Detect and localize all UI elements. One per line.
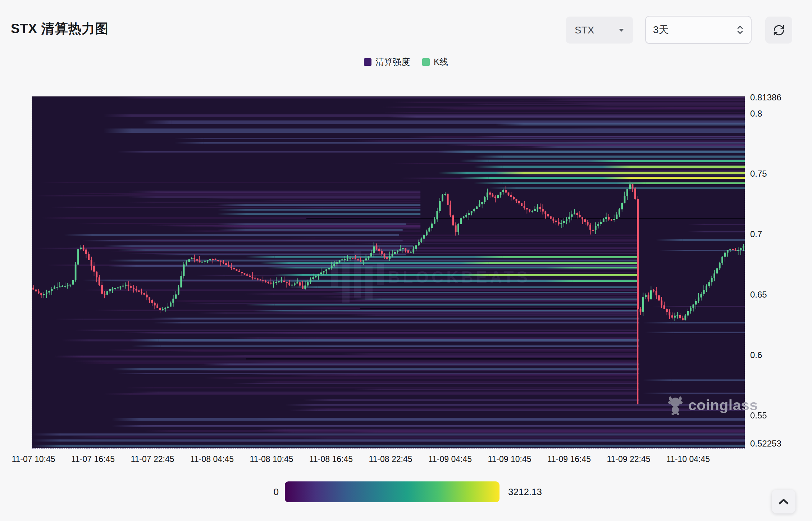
legend-item[interactable]: 清算强度 [364,56,410,68]
page-title: STX 清算热力图 [11,20,109,38]
time-tick-label: 11-07 16:45 [59,454,127,464]
refresh-button[interactable] [765,17,792,44]
price-tick-label: 0.8 [750,109,811,119]
time-tick-label: 11-08 04:45 [178,454,246,464]
time-tick-label: 11-07 10:45 [0,454,68,464]
time-tick-label: 11-07 22:45 [118,454,187,464]
time-tick-label: 11-10 04:45 [654,454,722,464]
time-tick-label: 11-08 10:45 [237,454,306,464]
caret-down-icon [619,28,624,32]
period-select[interactable]: 3天 [645,16,752,44]
scroll-to-top-button[interactable] [772,490,795,513]
chevron-up-down-icon [736,25,744,35]
symbol-select[interactable]: STX [566,17,633,44]
legend-swatch [364,58,371,66]
time-tick-label: 11-09 22:45 [594,454,663,464]
time-tick-label: 11-09 16:45 [535,454,603,464]
time-tick-label: 11-09 10:45 [475,454,544,464]
price-tick-label: 0.7 [750,229,811,239]
price-tick-label: 0.81386 [750,92,811,103]
chevron-up-icon [778,498,789,505]
legend-item[interactable]: K线 [422,56,448,68]
legend-label: 清算强度 [375,56,410,68]
time-tick-label: 11-09 04:45 [416,454,484,464]
liquidation-heatmap-chart[interactable] [32,96,745,449]
time-tick-label: 11-08 22:45 [356,454,425,464]
colorbar-min-label: 0 [248,486,279,498]
price-tick-label: 0.75 [750,169,811,179]
period-select-value: 3天 [653,23,669,37]
price-tick-label: 0.52253 [750,439,811,449]
intensity-colorbar [285,481,499,502]
heatmap-candles-canvas[interactable] [32,96,745,448]
refresh-icon [773,24,785,36]
legend-label: K线 [434,56,448,68]
chart-legend: 清算强度K线 [0,56,812,68]
symbol-select-value: STX [575,24,594,36]
colorbar-max-label: 3212.13 [508,486,580,498]
price-tick-label: 0.55 [750,411,811,421]
price-tick-label: 0.6 [750,350,811,360]
price-tick-label: 0.65 [750,290,811,300]
time-tick-label: 11-08 16:45 [297,454,365,464]
legend-swatch [422,58,430,66]
